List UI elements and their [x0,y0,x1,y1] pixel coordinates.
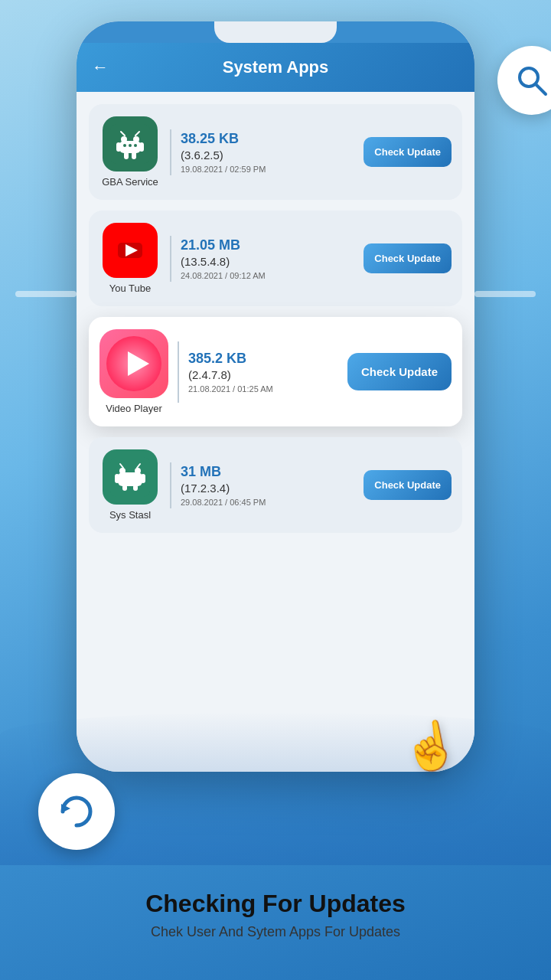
bottom-subtitle: Chek User And Sytem Apps For Updates [151,924,400,940]
youtube-size: 21.05 MB [181,237,354,253]
youtube-app-icon [103,223,158,278]
videoplayer-icon-svg [106,336,161,391]
videoplayer-date: 21.08.2021 / 01:25 AM [188,384,338,394]
gba-info: 38.25 KB (3.6.2.5) 19.08.2021 / 02:59 PM [181,131,354,174]
phone-frame: ← System Apps [77,21,474,772]
back-button[interactable]: ← [92,57,109,77]
gba-version: (3.6.2.5) [181,149,354,162]
youtube-icon-svg [110,230,150,270]
bottom-section: Checking For Updates Chek User And Sytem… [0,850,551,980]
videoplayer-icon-wrap: Video Player [99,329,168,414]
search-fab-button[interactable] [497,46,551,115]
gba-icon-svg [110,124,150,164]
app-title: System Apps [223,57,329,77]
sysstash-divider [170,462,171,508]
youtube-name: You Tube [109,283,151,294]
videoplayer-version: (2.4.7.8) [188,368,338,381]
sysstash-app-icon [103,449,158,505]
videoplayer-info: 385.2 KB (2.4.7.8) 21.08.2021 / 01:25 AM [188,351,338,394]
svg-rect-5 [139,142,144,152]
svg-rect-4 [116,142,121,152]
sysstash-date: 29.08.2021 / 06:45 PM [181,498,354,507]
svg-rect-6 [124,152,129,159]
search-icon [515,64,549,97]
youtube-check-update-button[interactable]: Check Update [364,243,452,273]
sysstash-icon-wrap: Sys Stasl [99,449,161,521]
refresh-icon [55,790,98,833]
youtube-version: (13.5.4.8) [181,255,354,268]
gba-check-update-button[interactable]: Check Update [364,137,452,167]
svg-point-12 [134,144,137,147]
svg-rect-26 [133,485,138,491]
videoplayer-size: 385.2 KB [188,351,338,367]
svg-rect-25 [122,485,127,491]
dash-right-decoration [474,291,536,297]
app-card-youtube: You Tube 21.05 MB (13.5.4.8) 24.08.2021 … [89,211,462,306]
gba-size: 38.25 KB [181,131,354,147]
hand-cursor-decoration: ☝️ [397,714,463,778]
sysstash-version: (17.2.3.4) [181,482,354,495]
sysstash-info: 31 MB (17.2.3.4) 29.08.2021 / 06:45 PM [181,464,354,507]
gba-icon-wrap: GBA Service [99,116,161,188]
app-card-gba: GBA Service 38.25 KB (3.6.2.5) 19.08.202… [89,104,462,200]
phone-notch [214,21,337,43]
app-bar: ← System Apps [77,43,474,92]
videoplayer-name: Video Player [106,403,161,414]
svg-rect-23 [115,474,119,483]
sysstash-name: Sys Stasl [109,509,151,521]
youtube-divider [170,236,171,282]
videoplayer-divider [178,341,179,403]
gba-app-icon [103,116,158,172]
dash-left-decoration [15,291,77,297]
gba-name: GBA Service [102,176,158,188]
refresh-fab-button[interactable] [38,773,115,850]
app-card-sysstash: Sys Stasl 31 MB (17.2.3.4) 29.08.2021 / … [89,437,462,533]
sysstash-size: 31 MB [181,464,354,480]
bottom-title: Checking For Updates [145,890,406,918]
svg-point-10 [123,144,126,147]
videoplayer-check-update-button[interactable]: Check Update [347,353,452,390]
app-card-videoplayer: Video Player 385.2 KB (2.4.7.8) 21.08.20… [89,317,462,426]
app-list: GBA Service 38.25 KB (3.6.2.5) 19.08.202… [77,92,474,772]
svg-line-30 [536,84,546,94]
svg-rect-24 [141,474,145,483]
sysstash-check-update-button[interactable]: Check Update [364,470,452,500]
videoplayer-app-icon [99,329,168,398]
sysstash-icon-svg [110,457,150,497]
youtube-date: 24.08.2021 / 09:12 AM [181,271,354,280]
svg-rect-22 [118,472,142,486]
youtube-info: 21.05 MB (13.5.4.8) 24.08.2021 / 09:12 A… [181,237,354,280]
svg-point-11 [129,144,132,147]
gba-date: 19.08.2021 / 02:59 PM [181,165,354,174]
youtube-icon-wrap: You Tube [99,223,161,294]
svg-rect-7 [132,152,136,159]
gba-divider [170,129,171,175]
